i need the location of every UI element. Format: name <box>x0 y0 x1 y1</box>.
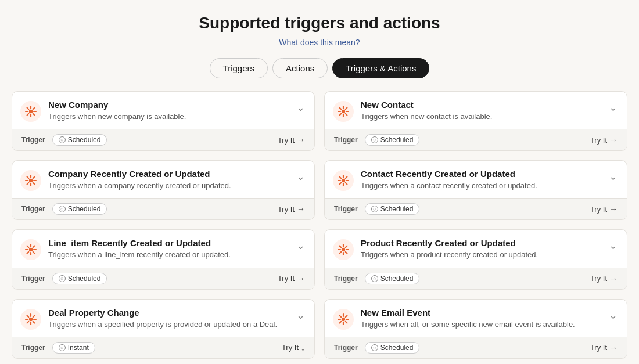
arrow-icon: → <box>609 274 618 283</box>
badge-icon: ○ <box>59 275 66 282</box>
try-it-button[interactable]: Try It → <box>590 135 618 145</box>
card-desc: Triggers when a line_item recently creat… <box>48 250 289 260</box>
hubspot-icon-lineitem-recently-created <box>20 239 41 260</box>
card-top: New Contact Triggers when new contact is… <box>325 92 627 129</box>
card-info: New Contact Triggers when new contact is… <box>361 100 602 122</box>
page-wrapper: Supported triggers and actions What does… <box>12 14 627 359</box>
tab-triggers[interactable]: Triggers <box>210 58 268 78</box>
card-info: Product Recently Created or Updated Trig… <box>361 238 602 260</box>
try-it-button[interactable]: Try It → <box>278 135 305 145</box>
chevron-down-icon[interactable]: ⌄ <box>609 169 618 183</box>
badge-icon: ○ <box>371 275 378 282</box>
badge-scheduled: ○ Scheduled <box>52 273 107 284</box>
svg-point-51 <box>342 248 345 251</box>
card-info: Line_item Recently Created or Updated Tr… <box>48 238 289 260</box>
card-title: New Email Event <box>361 308 602 318</box>
svg-point-61 <box>29 317 33 320</box>
type-label: Trigger <box>334 136 358 144</box>
card-deal-property-change: Deal Property Change Triggers when a spe… <box>12 299 315 359</box>
tab-bar: Triggers Actions Triggers & Actions <box>12 58 627 78</box>
arrow-icon: → <box>609 343 618 352</box>
card-info: Contact Recently Created or Updated Trig… <box>361 169 602 191</box>
card-new-contact: New Contact Triggers when new contact is… <box>324 91 627 151</box>
card-footer: Trigger ○ Scheduled Try It → <box>12 129 314 150</box>
chevron-down-icon[interactable]: ⌄ <box>609 238 618 252</box>
arrow-icon: → <box>609 135 618 145</box>
tab-triggers-actions[interactable]: Triggers & Actions <box>332 58 429 78</box>
try-it-button[interactable]: Try It → <box>590 204 618 214</box>
arrow-icon: ↓ <box>301 343 305 352</box>
badge-instant: ○ Instant <box>52 342 95 354</box>
card-title: Contact Recently Created or Updated <box>361 169 602 179</box>
chevron-down-icon[interactable]: ⌄ <box>609 100 618 114</box>
badge-icon: ○ <box>59 206 66 212</box>
card-title: Product Recently Created or Updated <box>361 238 602 248</box>
card-top: Contact Recently Created or Updated Trig… <box>325 161 627 198</box>
card-top: New Email Event Triggers when all, or so… <box>325 300 627 337</box>
tab-actions[interactable]: Actions <box>272 58 328 78</box>
card-footer: Trigger ○ Scheduled Try It → <box>325 268 627 289</box>
card-title: Company Recently Created or Updated <box>48 169 289 179</box>
badge-scheduled: ○ Scheduled <box>365 273 420 284</box>
card-title: New Company <box>48 100 289 110</box>
card-desc: Triggers when a specified property is pr… <box>48 319 289 330</box>
chevron-down-icon[interactable]: ⌄ <box>296 169 305 183</box>
type-label: Trigger <box>21 136 45 144</box>
card-title: Line_item Recently Created or Updated <box>48 238 289 248</box>
card-desc: Triggers when new company is available. <box>48 111 289 122</box>
try-it-button[interactable]: Try It → <box>590 274 618 283</box>
chevron-down-icon[interactable]: ⌄ <box>296 308 305 322</box>
hubspot-icon-new-contact <box>333 101 354 122</box>
hubspot-icon-company-recently-created <box>20 170 41 191</box>
badge-scheduled: ○ Scheduled <box>365 203 420 215</box>
badge-scheduled: ○ Scheduled <box>365 134 420 146</box>
card-info: Company Recently Created or Updated Trig… <box>48 169 289 191</box>
card-top: Line_item Recently Created or Updated Tr… <box>12 230 314 267</box>
footer-left: Trigger ○ Instant <box>21 342 95 354</box>
card-product-recently-created: Product Recently Created or Updated Trig… <box>324 229 627 289</box>
card-top: Company Recently Created or Updated Trig… <box>12 161 314 198</box>
type-label: Trigger <box>21 205 45 213</box>
try-it-button[interactable]: Try It → <box>278 204 305 214</box>
footer-left: Trigger ○ Scheduled <box>21 134 107 146</box>
badge-scheduled: ○ Scheduled <box>52 203 107 215</box>
card-footer: Trigger ○ Scheduled Try It → <box>12 268 314 289</box>
help-link[interactable]: What does this mean? <box>279 38 360 47</box>
arrow-icon: → <box>297 204 305 214</box>
svg-point-11 <box>342 110 345 113</box>
footer-left: Trigger ○ Scheduled <box>334 134 419 146</box>
cards-grid: New Company Triggers when new company is… <box>12 91 627 359</box>
hubspot-icon-product-recently-created <box>333 239 354 260</box>
card-new-company: New Company Triggers when new company is… <box>12 91 315 151</box>
try-it-button[interactable]: Try It ↓ <box>282 343 305 352</box>
try-it-button[interactable]: Try It → <box>590 343 618 352</box>
footer-left: Trigger ○ Scheduled <box>21 203 107 215</box>
hubspot-icon-contact-recently-created <box>333 170 354 191</box>
card-desc: Triggers when a company recently created… <box>48 181 289 191</box>
card-footer: Trigger ○ Instant Try It ↓ <box>12 337 314 358</box>
type-label: Trigger <box>21 344 45 352</box>
card-top: Deal Property Change Triggers when a spe… <box>12 300 314 337</box>
card-title: New Contact <box>361 100 602 110</box>
card-new-email-event: New Email Event Triggers when all, or so… <box>324 299 627 359</box>
card-top: New Company Triggers when new company is… <box>12 92 314 129</box>
chevron-down-icon[interactable]: ⌄ <box>609 308 618 322</box>
card-lineitem-recently-created: Line_item Recently Created or Updated Tr… <box>12 229 315 289</box>
footer-left: Trigger ○ Scheduled <box>334 342 419 354</box>
svg-point-21 <box>29 179 33 182</box>
hubspot-icon-new-email-event <box>333 309 354 330</box>
hubspot-icon-new-company <box>20 101 41 122</box>
card-info: New Company Triggers when new company is… <box>48 100 289 122</box>
card-desc: Triggers when new contact is available. <box>361 111 602 122</box>
type-label: Trigger <box>21 275 45 283</box>
chevron-down-icon[interactable]: ⌄ <box>296 100 305 114</box>
svg-point-71 <box>342 317 345 320</box>
card-desc: Triggers when a contact recently created… <box>361 181 602 191</box>
chevron-down-icon[interactable]: ⌄ <box>296 238 305 252</box>
svg-point-1 <box>29 110 33 113</box>
badge-scheduled: ○ Scheduled <box>365 342 420 354</box>
card-title: Deal Property Change <box>48 308 289 318</box>
try-it-button[interactable]: Try It → <box>278 274 305 283</box>
arrow-icon: → <box>297 274 305 283</box>
badge-icon: ○ <box>59 136 66 143</box>
